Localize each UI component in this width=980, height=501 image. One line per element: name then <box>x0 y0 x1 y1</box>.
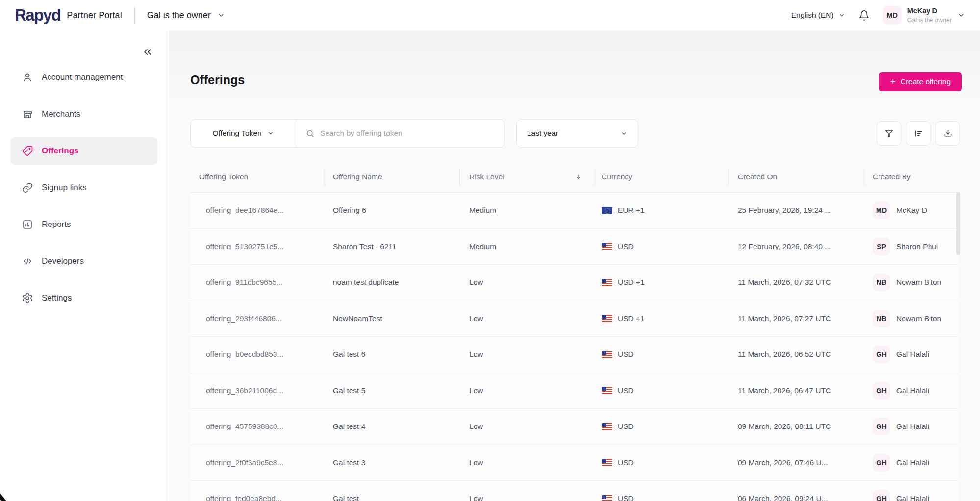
currency-flag-icon <box>602 207 612 214</box>
cell-offering-name: Gal test <box>325 494 459 501</box>
column-divider <box>459 168 460 186</box>
sidebar: Account management Merchants Offerings S… <box>0 30 168 501</box>
date-range-selector[interactable]: Last year <box>516 119 638 148</box>
currency-code: USD <box>618 494 634 501</box>
vertical-scrollbar[interactable] <box>956 192 960 255</box>
header-right: English (EN) MD McKay D Gal is the owner <box>791 6 965 25</box>
cell-created-by: NB Nowam Biton <box>864 310 958 327</box>
sidebar-item-settings[interactable]: Settings <box>10 284 157 312</box>
creator-name: McKay D <box>896 206 927 215</box>
sidebar-item-developers[interactable]: Developers <box>10 248 157 275</box>
currency-flag-icon <box>602 387 612 394</box>
column-divider <box>595 168 595 186</box>
column-divider <box>325 168 325 186</box>
creator-name: Gal Halali <box>896 422 929 431</box>
table-row[interactable]: offering_b0ecdbd853... Gal test 6 Low US… <box>190 337 958 373</box>
cell-created-by: GH Gal Halali <box>864 454 958 472</box>
link-icon <box>22 182 33 194</box>
sort-columns-icon[interactable] <box>906 121 930 146</box>
table-row[interactable]: offering_36b211006d... Gal test 5 Low US… <box>190 373 958 409</box>
cell-created-by: GH Gal Halali <box>864 490 958 501</box>
cell-created-on: 25 February, 2026, 19:24 ... <box>728 206 864 215</box>
cell-offering-name: noam test duplicate <box>325 278 459 287</box>
sidebar-item-merchants[interactable]: Merchants <box>10 100 157 128</box>
chevron-down-icon <box>217 11 225 19</box>
creator-name: Sharon Phui <box>896 242 938 251</box>
header-divider <box>134 7 135 24</box>
page-title: Offerings <box>190 73 245 87</box>
sidebar-item-label: Reports <box>42 220 71 229</box>
sidebar-item-reports[interactable]: Reports <box>10 211 157 238</box>
column-header-created-on[interactable]: Created On <box>728 173 864 181</box>
cell-risk-level: Low <box>459 494 595 501</box>
sidebar-item-label: Account management <box>42 73 123 82</box>
gear-icon <box>22 292 33 304</box>
cell-created-by: MD McKay D <box>864 201 958 219</box>
offerings-table-body: offering_dee167864e... Offering 6 Medium… <box>190 192 958 501</box>
creator-avatar: SP <box>873 238 890 255</box>
creator-avatar: NB <box>873 274 890 291</box>
download-icon[interactable] <box>935 121 960 146</box>
user-menu[interactable]: MD McKay D Gal is the owner <box>883 6 965 25</box>
cell-offering-name: Gal test 6 <box>325 350 459 359</box>
cell-offering-name: Gal test 3 <box>325 458 459 467</box>
notifications-bell-icon[interactable] <box>858 10 870 21</box>
language-selector[interactable]: English (EN) <box>791 11 845 20</box>
cell-offering-name: Sharon Test - 6211 <box>325 242 459 251</box>
sidebar-item-label: Developers <box>42 256 84 266</box>
table-row[interactable]: offering_2f0f3a9c5e8... Gal test 3 Low U… <box>190 445 958 481</box>
table-row[interactable]: offering_51302751e5... Sharon Test - 621… <box>190 229 958 265</box>
collapse-sidebar-icon[interactable] <box>142 46 153 58</box>
currency-flag-icon <box>602 423 612 430</box>
currency-code: USD <box>618 458 634 467</box>
search-box <box>296 120 504 147</box>
creator-avatar: GH <box>873 418 890 435</box>
user-icon <box>22 72 33 83</box>
create-offering-button[interactable]: + Create offering <box>879 72 962 91</box>
creator-name: Gal Halali <box>896 386 929 395</box>
cell-offering-name: Gal test 4 <box>325 422 459 431</box>
search-input[interactable] <box>320 129 495 138</box>
cell-offering-name: Offering 6 <box>325 206 459 215</box>
date-range-label: Last year <box>527 129 558 138</box>
column-header-offering-name[interactable]: Offering Name <box>325 173 459 181</box>
sidebar-item-account-management[interactable]: Account management <box>10 64 157 91</box>
table-tools <box>877 121 960 146</box>
table-row[interactable]: offering_911dbc9655... noam test duplica… <box>190 265 958 301</box>
sort-descending-icon[interactable] <box>575 173 582 181</box>
cell-created-on: 11 March, 2026, 06:47 UTC <box>728 386 864 395</box>
sidebar-item-signup-links[interactable]: Signup links <box>10 174 157 201</box>
organization-name: Gal is the owner <box>147 10 211 21</box>
cell-offering-name: Gal test 5 <box>325 386 459 395</box>
column-header-currency[interactable]: Currency <box>595 173 728 181</box>
cell-currency: USD <box>595 350 728 359</box>
filter-funnel-icon[interactable] <box>877 121 901 146</box>
cell-risk-level: Low <box>459 278 595 287</box>
column-header-created-by[interactable]: Created By <box>864 173 958 181</box>
cell-offering-token: offering_b0ecdbd853... <box>190 350 325 359</box>
column-header-offering-token[interactable]: Offering Token <box>190 173 325 181</box>
search-icon <box>305 129 315 138</box>
cell-created-on: 11 March, 2026, 07:27 UTC <box>728 314 864 323</box>
cell-created-on: 09 March, 2026, 07:46 U... <box>728 458 864 467</box>
chevron-down-icon <box>267 130 274 137</box>
table-row[interactable]: offering_293f446806... NewNoamTest Low U… <box>190 301 958 337</box>
cell-offering-name: NewNoamTest <box>325 314 459 323</box>
user-avatar: MD <box>883 6 902 25</box>
currency-code: USD <box>618 350 634 359</box>
column-header-risk-level[interactable]: Risk Level <box>459 173 595 181</box>
currency-code: USD +1 <box>618 314 645 323</box>
table-row[interactable]: offering_fed0ea8ebd... Gal test Low USD … <box>190 481 958 501</box>
table-row[interactable]: offering_dee167864e... Offering 6 Medium… <box>190 193 958 229</box>
table-row[interactable]: offering_45759388c0... Gal test 4 Low US… <box>190 409 958 445</box>
currency-flag-icon <box>602 279 612 286</box>
currency-flag-icon <box>602 459 612 466</box>
create-offering-label: Create offering <box>901 77 951 86</box>
search-field-selector[interactable]: Offering Token <box>191 120 296 147</box>
organization-selector[interactable]: Gal is the owner <box>147 10 225 21</box>
sidebar-item-offerings[interactable]: Offerings <box>10 137 157 165</box>
rapyd-logo: Rapyd <box>15 6 60 25</box>
cell-currency: USD +1 <box>595 314 728 323</box>
cell-currency: USD +1 <box>595 278 728 287</box>
currency-code: USD <box>618 422 634 431</box>
